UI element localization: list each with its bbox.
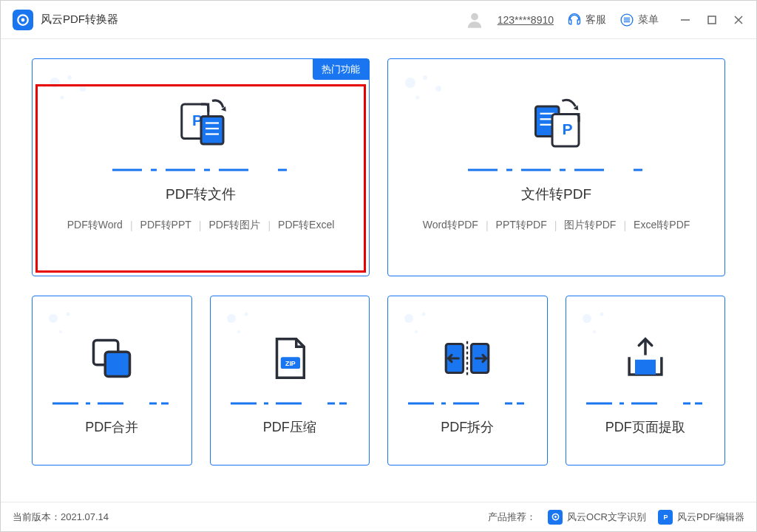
footer: 当前版本： 2021.07.14 产品推荐： 风云OCR文字识别 P 风云PDF…	[1, 502, 756, 531]
menu-label: 菜单	[638, 13, 659, 27]
decor-dots-icon	[225, 311, 270, 348]
svg-point-38	[67, 313, 70, 316]
hot-badge: 热门功能	[313, 59, 369, 80]
card-title: PDF转文件	[166, 185, 236, 204]
svg-point-13	[80, 86, 86, 92]
titlebar-right: 123****8910 客服 菜单	[465, 10, 744, 30]
svg-point-51	[415, 330, 418, 333]
footer-right: 产品推荐： 风云OCR文字识别 P 风云PDF编辑器	[488, 510, 744, 525]
svg-point-63	[554, 516, 557, 518]
card-pdf-compress[interactable]: ZIP PDF压缩	[210, 296, 370, 466]
opt[interactable]: PDF转Excel	[278, 219, 334, 232]
opt[interactable]: 图片转PDF	[564, 219, 616, 232]
underline-decor	[112, 168, 290, 171]
avatar-icon	[465, 10, 484, 30]
card-title: 文件转PDF	[521, 185, 591, 204]
svg-rect-41	[106, 352, 130, 376]
bottom-row: PDF合并 ZIP PDF压缩 PDF拆分	[32, 296, 725, 466]
underline-decor	[468, 168, 645, 171]
card-title: PDF压缩	[263, 418, 316, 436]
sub-options: Word转PDF| PPT转PDF| 图片转PDF| Excel转PDF	[423, 219, 690, 232]
version-value: 2021.07.14	[61, 511, 109, 522]
app-logo-icon	[13, 10, 33, 30]
compress-icon: ZIP	[264, 323, 316, 393]
split-icon	[441, 323, 493, 393]
opt[interactable]: PDF转Word	[67, 219, 123, 232]
card-pdf-merge[interactable]: PDF合并	[32, 296, 192, 466]
decor-dots-icon	[581, 311, 625, 348]
svg-point-45	[237, 330, 240, 333]
titlebar: 风云PDF转换器 123****8910 客服 菜单	[1, 1, 756, 39]
recommend-editor[interactable]: P 风云PDF编辑器	[658, 510, 744, 525]
svg-point-24	[405, 78, 415, 88]
svg-point-49	[404, 314, 413, 323]
support-button[interactable]: 客服	[567, 13, 606, 27]
decor-dots-icon	[403, 311, 447, 348]
svg-point-25	[423, 75, 427, 80]
svg-point-2	[471, 13, 478, 20]
recommend-label: 产品推荐：	[488, 511, 536, 524]
menu-button[interactable]: 菜单	[619, 13, 659, 27]
svg-point-1	[21, 18, 25, 21]
recommend-ocr[interactable]: 风云OCR文字识别	[548, 510, 646, 525]
svg-point-44	[244, 313, 248, 316]
svg-point-11	[50, 78, 60, 88]
card-pdf-extract[interactable]: PDF页面提取	[566, 296, 726, 466]
sub-options: PDF转Word| PDF转PPT| PDF转图片| PDF转Excel	[67, 219, 335, 232]
opt[interactable]: Word转PDF	[423, 219, 478, 232]
svg-point-50	[422, 313, 426, 316]
opt[interactable]: PPT转PDF	[496, 219, 547, 232]
content-area: 热门功能 P PDF转文件 PDF转Word| PDF转PPT| PDF转图片|…	[1, 39, 756, 502]
decor-dots-icon	[47, 311, 92, 348]
card-file-to-pdf[interactable]: P 文件转PDF Word转PDF| PPT转PDF| 图片转PDF| Exce…	[387, 58, 725, 276]
decor-dots-icon	[403, 74, 447, 111]
svg-text:P: P	[663, 514, 668, 521]
window-controls	[679, 14, 744, 26]
close-button[interactable]	[733, 14, 744, 26]
top-row: 热门功能 P PDF转文件 PDF转Word| PDF转PPT| PDF转图片|…	[32, 58, 725, 276]
svg-rect-8	[708, 16, 716, 24]
version-label: 当前版本：	[13, 511, 61, 524]
svg-point-27	[416, 96, 420, 100]
svg-point-56	[583, 314, 591, 323]
app-window: 风云PDF转换器 123****8910 客服 菜单 热门功能	[0, 0, 757, 532]
svg-point-14	[61, 96, 64, 100]
maximize-button[interactable]	[706, 14, 718, 26]
svg-point-57	[600, 313, 603, 316]
card-title: PDF合并	[85, 418, 138, 436]
svg-point-12	[67, 75, 72, 80]
svg-point-37	[49, 314, 58, 323]
svg-text:ZIP: ZIP	[285, 359, 296, 366]
app-title: 风云PDF转换器	[41, 13, 118, 27]
opt[interactable]: PDF转PPT	[140, 219, 191, 232]
opt[interactable]: Excel转PDF	[634, 219, 690, 232]
svg-point-26	[435, 86, 441, 92]
menu-icon	[619, 13, 634, 27]
merge-icon	[86, 323, 138, 393]
svg-text:P: P	[562, 120, 572, 137]
underline-decor	[586, 402, 705, 405]
ocr-badge-icon	[548, 510, 563, 525]
underline-decor	[52, 402, 171, 405]
minimize-button[interactable]	[679, 14, 691, 26]
card-pdf-split[interactable]: PDF拆分	[387, 296, 548, 466]
editor-label: 风云PDF编辑器	[677, 511, 744, 524]
underline-decor	[231, 402, 349, 405]
ocr-label: 风云OCR文字识别	[567, 511, 646, 524]
file-to-pdf-icon: P	[523, 81, 590, 163]
decor-dots-icon	[47, 74, 92, 111]
extract-icon	[619, 323, 671, 393]
pdf-to-file-icon: P	[168, 81, 234, 163]
opt[interactable]: PDF转图片	[208, 219, 260, 232]
editor-badge-icon: P	[658, 510, 673, 525]
support-label: 客服	[585, 13, 606, 27]
headset-icon	[567, 13, 582, 27]
svg-point-43	[227, 314, 236, 323]
svg-point-58	[593, 330, 596, 333]
underline-decor	[408, 402, 526, 405]
card-title: PDF拆分	[441, 418, 494, 436]
svg-rect-17	[201, 117, 223, 145]
card-pdf-to-file[interactable]: 热门功能 P PDF转文件 PDF转Word| PDF转PPT| PDF转图片|…	[32, 58, 370, 276]
svg-point-39	[59, 330, 62, 333]
user-id-link[interactable]: 123****8910	[498, 14, 554, 26]
